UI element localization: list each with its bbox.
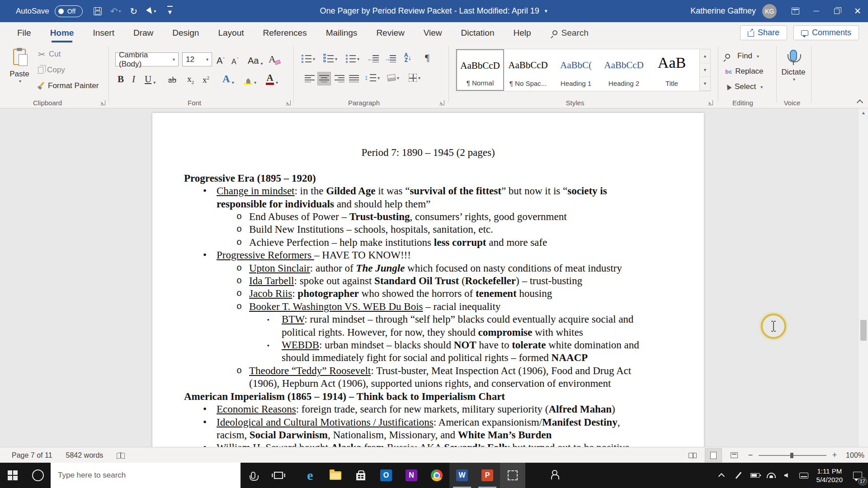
start-button[interactable] <box>0 463 25 488</box>
tab-view[interactable]: View <box>414 22 452 43</box>
show-formatting-button[interactable]: ¶ <box>425 52 429 64</box>
task-view-button[interactable] <box>266 463 291 488</box>
volume-button[interactable] <box>779 463 796 488</box>
cortana-button[interactable] <box>25 463 51 488</box>
taskbar-screen-snip[interactable] <box>500 463 525 488</box>
undo-button[interactable]: ↶▾ <box>108 4 123 19</box>
copy-button[interactable]: Copy <box>38 65 99 75</box>
vertical-scrollbar[interactable]: ▲ <box>858 108 868 447</box>
zoom-out-button[interactable]: − <box>747 450 754 460</box>
underline-button[interactable]: U▾ <box>145 72 156 85</box>
taskbar-file-explorer[interactable] <box>323 463 348 488</box>
tab-dictation[interactable]: Dictation <box>452 22 504 43</box>
shrink-font-button[interactable]: Aˇ <box>231 53 238 66</box>
taskbar-clock[interactable]: 1:11 PM 5/4/2020 <box>812 467 847 484</box>
taskbar-edge[interactable]: e <box>297 463 323 488</box>
align-right-button[interactable] <box>333 72 346 85</box>
tab-mailings[interactable]: Mailings <box>316 22 367 43</box>
cut-button[interactable]: ✂Cut <box>38 49 99 60</box>
styles-scroll-down[interactable]: ▼ <box>700 63 710 77</box>
touch-keyboard-button[interactable] <box>796 463 812 488</box>
align-left-button[interactable] <box>303 72 316 85</box>
text-effects-button[interactable]: A▾ <box>222 72 234 85</box>
collapse-ribbon-button[interactable] <box>857 99 863 104</box>
increase-indent-button[interactable] <box>385 52 396 65</box>
superscript-button[interactable]: x2 <box>203 72 209 85</box>
action-center-button[interactable]: 17 <box>847 463 868 488</box>
style-normal[interactable]: AaBbCcD ¶ Normal <box>456 49 504 91</box>
font-size-combobox[interactable]: 12▾ <box>182 52 212 66</box>
font-name-combobox[interactable]: Cambria (Body)▾ <box>115 52 179 66</box>
proofing-status-icon[interactable] <box>117 453 125 458</box>
styles-more-button[interactable]: ▼ <box>700 77 710 91</box>
restore-button[interactable] <box>826 0 847 22</box>
comments-button[interactable]: Comments <box>793 25 859 40</box>
minimize-button[interactable] <box>806 0 826 22</box>
taskbar-search-input[interactable]: Type here to search <box>51 463 241 488</box>
network-button[interactable] <box>763 463 779 488</box>
tab-review[interactable]: Review <box>367 22 414 43</box>
dictate-button[interactable]: Dictate ▾ <box>778 47 808 82</box>
taskbar-mic-button[interactable] <box>241 463 266 488</box>
scrollbar-thumb[interactable] <box>860 320 867 341</box>
taskbar-word[interactable]: W <box>449 463 475 488</box>
touch-mouse-mode-button[interactable]: ▾ <box>144 4 160 19</box>
borders-button[interactable]: ▾ <box>409 71 420 84</box>
read-mode-button[interactable] <box>684 449 701 462</box>
grow-font-button[interactable]: Aˆ <box>217 53 225 66</box>
zoom-percentage[interactable]: 100% <box>843 451 864 460</box>
numbering-button[interactable]: ▾ <box>324 52 337 65</box>
taskbar-store[interactable] <box>348 463 373 488</box>
sort-button[interactable]: AZ↓ <box>404 52 411 64</box>
redo-button[interactable]: ↻ <box>126 4 142 19</box>
autosave-toggle[interactable]: Off <box>55 5 83 17</box>
strikethrough-button[interactable]: ab <box>168 72 176 85</box>
customize-qat-button[interactable]: ▾ <box>162 4 178 19</box>
italic-button[interactable]: I <box>132 72 135 85</box>
paragraph-dialog-launcher[interactable] <box>439 100 444 105</box>
zoom-in-button[interactable]: + <box>831 450 838 460</box>
close-button[interactable]: ✕ <box>847 0 868 22</box>
taskbar-outlook[interactable]: O <box>373 463 399 488</box>
tab-insert[interactable]: Insert <box>83 22 124 43</box>
paste-button[interactable]: Paste ▾ <box>6 47 33 94</box>
zoom-slider[interactable] <box>759 455 826 456</box>
style-no-spacing[interactable]: AaBbCcD ¶ No Spac... <box>504 49 552 91</box>
tab-design[interactable]: Design <box>163 22 208 43</box>
styles-dialog-launcher[interactable] <box>708 100 713 105</box>
tab-draw[interactable]: Draw <box>124 22 163 43</box>
document-page[interactable]: Period 7: 1890 – 1945 (2 pages)Progressi… <box>152 113 704 447</box>
text-highlight-button[interactable]: ▾ <box>244 72 256 85</box>
style-heading-2[interactable]: AaBbCcD Heading 2 <box>600 49 648 91</box>
clear-formatting-button[interactable]: A <box>269 52 276 65</box>
find-button[interactable]: Find▾ <box>725 50 759 62</box>
change-case-button[interactable]: Aa▾ <box>248 53 263 66</box>
tab-layout[interactable]: Layout <box>208 22 253 43</box>
ribbon-display-options-button[interactable] <box>785 0 806 22</box>
font-color-button[interactable]: A▾ <box>266 72 278 85</box>
bullets-button[interactable]: ▾ <box>302 52 315 65</box>
print-layout-button[interactable] <box>705 449 722 462</box>
taskbar-onenote[interactable]: N <box>399 463 424 488</box>
search-control[interactable]: Search <box>552 28 589 38</box>
style-heading-1[interactable]: AaBbC( Heading 1 <box>552 49 600 91</box>
font-dialog-launcher[interactable] <box>286 100 291 105</box>
save-button[interactable] <box>90 4 105 19</box>
show-hidden-icons-button[interactable] <box>714 463 731 488</box>
justify-button[interactable] <box>348 72 360 85</box>
line-spacing-button[interactable]: ▾ <box>364 71 380 84</box>
style-title[interactable]: AaB Title <box>648 49 696 91</box>
align-center-button[interactable] <box>318 72 330 85</box>
tab-file[interactable]: File <box>0 22 41 43</box>
styles-scroll-up[interactable]: ▲ <box>700 49 710 63</box>
replace-button[interactable]: bcReplace <box>725 65 764 78</box>
scroll-up-arrow[interactable]: ▲ <box>859 110 868 115</box>
decrease-indent-button[interactable] <box>368 52 379 65</box>
tab-help[interactable]: Help <box>504 22 540 43</box>
page-indicator[interactable]: Page 7 of 11 <box>12 451 52 460</box>
taskbar-people[interactable] <box>543 463 569 488</box>
clipboard-dialog-launcher[interactable] <box>100 100 105 105</box>
taskbar-powerpoint[interactable]: P <box>475 463 500 488</box>
word-count[interactable]: 5842 words <box>66 451 104 460</box>
subscript-button[interactable]: x2 <box>187 72 194 85</box>
